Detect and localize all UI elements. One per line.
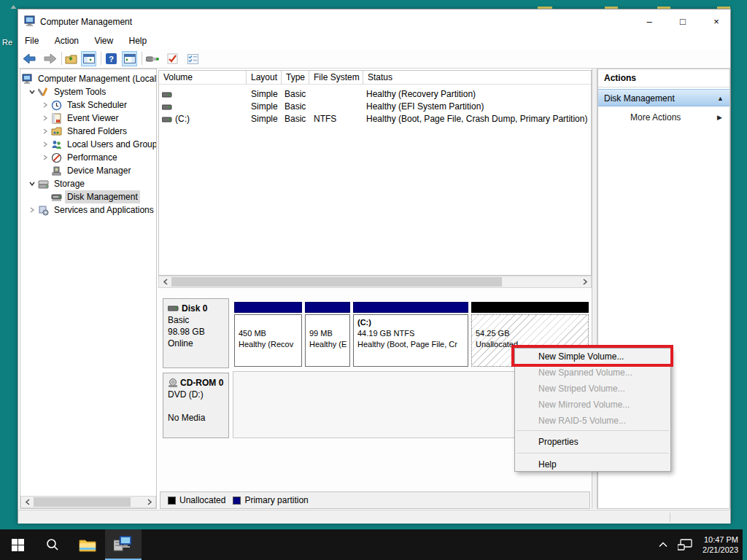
chevron-right-icon[interactable] xyxy=(41,153,50,162)
volume-row[interactable]: Simple Basic Healthy (EFI System Partiti… xyxy=(159,101,591,113)
menu-separator xyxy=(516,430,669,431)
tree-item-shared-folders[interactable]: Shared Folders xyxy=(20,125,156,138)
title-bar[interactable]: Computer Management – □ × xyxy=(18,9,730,34)
maximize-button[interactable]: □ xyxy=(666,9,700,34)
show-console-tree-icon[interactable] xyxy=(81,51,96,66)
device-tool-icon[interactable] xyxy=(144,51,160,66)
menu-item-new-striped-volume: New Striped Volume... xyxy=(515,381,670,397)
column-layout[interactable]: Layout xyxy=(247,71,282,85)
show-action-pane-icon[interactable] xyxy=(122,51,137,66)
show-desktop-button[interactable] xyxy=(743,529,747,560)
users-icon xyxy=(51,139,62,150)
chevron-down-icon[interactable] xyxy=(28,88,36,96)
file-explorer-icon[interactable] xyxy=(70,529,105,560)
svg-text:?: ? xyxy=(109,55,114,63)
taskbar-clock[interactable]: 10:47 PM 2/21/2023 xyxy=(703,534,738,555)
scrollbar-thumb[interactable] xyxy=(34,497,131,507)
minimize-button[interactable]: – xyxy=(632,9,666,34)
menu-file[interactable]: File xyxy=(18,34,45,48)
back-icon[interactable] xyxy=(22,51,37,66)
scrollbar-thumb[interactable] xyxy=(171,277,502,287)
tree-item-event-viewer[interactable]: ! Event Viewer xyxy=(20,112,156,125)
chevron-down-icon[interactable] xyxy=(28,179,36,188)
partition-color-bar xyxy=(353,302,468,313)
legend-unallocated-swatch xyxy=(168,497,176,505)
tree-item-disk-management[interactable]: Disk Management xyxy=(20,190,156,203)
submenu-arrow-icon: ▶ xyxy=(717,109,722,125)
menu-item-new-spanned-volume: New Spanned Volume... xyxy=(515,365,670,381)
taskbar-computer-management-button[interactable] xyxy=(105,529,142,560)
menu-view[interactable]: View xyxy=(88,34,120,48)
volume-row[interactable]: (C:) Simple Basic NTFS Healthy (Boot, Pa… xyxy=(159,113,591,125)
tree-item-local-users-and-groups[interactable]: Local Users and Groups xyxy=(20,138,156,151)
volume-list-header: Volume Layout Type File System Status xyxy=(159,71,591,85)
disk0-label[interactable]: Disk 0 Basic 98.98 GB Online xyxy=(163,298,229,368)
menu-action[interactable]: Action xyxy=(48,34,85,48)
start-button[interactable] xyxy=(0,529,35,560)
disk-icon xyxy=(168,306,179,311)
volume-list: Volume Layout Type File System Status Si… xyxy=(158,70,592,276)
forward-icon[interactable] xyxy=(42,51,58,66)
partition-c[interactable]: (C:) 44.19 GB NTFS Healthy (Boot, Page F… xyxy=(353,302,468,367)
context-menu: New Simple Volume... New Spanned Volume.… xyxy=(514,348,671,472)
menu-help[interactable]: Help xyxy=(123,34,154,48)
tree-item-system-tools[interactable]: System Tools xyxy=(20,85,156,98)
chevron-right-icon[interactable] xyxy=(41,140,50,149)
cdrom-label[interactable]: CD-ROM 0 DVD (D:) No Media xyxy=(163,373,229,438)
column-type[interactable]: Type xyxy=(282,71,309,85)
up-one-level-icon[interactable] xyxy=(63,51,79,66)
chevron-right-icon[interactable] xyxy=(41,101,50,109)
help-icon[interactable]: ? xyxy=(104,51,119,66)
menu-bar: File Action View Help xyxy=(18,34,730,49)
services-icon xyxy=(38,205,49,216)
console-tree-pane: Computer Management (Local System Tools … xyxy=(20,69,157,509)
collapse-icon[interactable]: ▲ xyxy=(717,90,724,106)
tree-item-computer-management[interactable]: Computer Management (Local xyxy=(20,72,156,85)
scroll-left-icon[interactable] xyxy=(21,497,34,508)
column-file-system[interactable]: File System xyxy=(309,71,363,85)
svg-text:!: ! xyxy=(58,119,58,122)
menu-separator xyxy=(516,453,669,454)
device-manager-icon xyxy=(51,166,62,176)
menu-item-properties[interactable]: Properties xyxy=(515,432,670,451)
event-viewer-icon: ! xyxy=(51,113,62,124)
menu-item-new-mirrored-volume: New Mirrored Volume... xyxy=(515,397,670,413)
clock-time: 10:47 PM xyxy=(703,534,738,545)
system-tools-icon xyxy=(38,87,49,98)
legend-unallocated-label: Unallocated xyxy=(179,495,225,505)
column-volume[interactable]: Volume xyxy=(159,71,247,85)
actions-section-disk-management[interactable]: Disk Management ▲ xyxy=(598,89,729,106)
computer-icon xyxy=(22,74,33,85)
tree-item-device-manager[interactable]: Device Manager xyxy=(20,164,156,177)
checklist-icon[interactable] xyxy=(185,51,201,66)
refresh-check-icon[interactable] xyxy=(165,51,180,66)
search-icon[interactable] xyxy=(35,529,70,560)
scroll-right-icon[interactable] xyxy=(578,276,591,287)
partition-recovery[interactable]: 450 MB Healthy (Recov xyxy=(234,302,302,367)
chevron-right-icon[interactable] xyxy=(41,114,50,122)
tray-network-icon[interactable] xyxy=(678,539,692,551)
tray-chevron-up-icon[interactable] xyxy=(659,542,667,548)
tree-item-services-and-applications[interactable]: Services and Applications xyxy=(20,203,156,217)
chevron-right-icon[interactable] xyxy=(28,206,36,214)
chevron-right-icon[interactable] xyxy=(41,127,50,136)
scroll-right-icon[interactable] xyxy=(143,497,155,508)
close-button[interactable]: × xyxy=(700,9,733,34)
volume-row[interactable]: Simple Basic Healthy (Recovery Partition… xyxy=(159,88,591,101)
tree-item-task-scheduler[interactable]: Task Scheduler xyxy=(20,98,156,112)
tree-horizontal-scrollbar[interactable] xyxy=(20,496,156,508)
scroll-left-icon[interactable] xyxy=(159,276,171,287)
tree-item-performance[interactable]: Performance xyxy=(20,151,156,164)
tree-item-storage[interactable]: Storage xyxy=(20,177,156,190)
more-actions-item[interactable]: More Actions ▶ xyxy=(598,109,729,125)
column-status[interactable]: Status xyxy=(363,71,591,85)
disk0-size: 98.98 GB xyxy=(168,326,224,338)
menu-item-help[interactable]: Help xyxy=(515,455,670,474)
volume-list-horizontal-scrollbar[interactable] xyxy=(158,276,592,288)
partition-color-bar xyxy=(234,302,302,313)
partition-efi[interactable]: 99 MB Healthy (E xyxy=(305,302,350,367)
disk0-status: Online xyxy=(168,338,224,349)
menu-item-new-simple-volume[interactable]: New Simple Volume... xyxy=(515,349,670,365)
disk0-type: Basic xyxy=(168,314,224,326)
partition-color-bar xyxy=(305,302,350,313)
